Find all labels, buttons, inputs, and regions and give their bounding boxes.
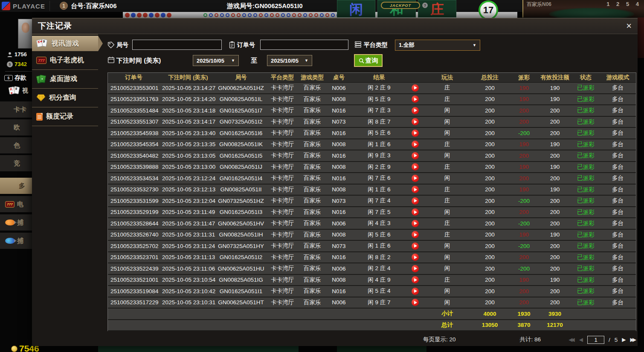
play-icon[interactable] [412,175,419,182]
cell-replay [406,152,425,159]
cell-replay [406,84,425,92]
cell-total_bet: 200 [470,288,510,294]
cell-table: N006 [325,299,353,306]
rail-menu-item-1[interactable]: 欧 [0,119,32,136]
rail-menu-item-0[interactable]: 卡卡 [0,101,32,118]
road-mark [125,13,130,17]
play-icon[interactable] [412,95,419,103]
cell-table: N008 [325,186,353,193]
road-mark [149,13,154,17]
sidebar-item-3[interactable]: 积分查询 [32,89,98,107]
countdown-timer: 17 [479,0,498,20]
play-icon[interactable] [412,197,419,205]
page-number-input[interactable] [587,336,604,344]
cell-platform: 卡卡湾厅 [265,208,299,216]
play-icon[interactable] [412,107,419,114]
cell-status: 已派彩 [572,287,600,295]
play-icon[interactable] [412,254,419,261]
column-header: 下注时间 (美东) [160,74,217,81]
cell-replay [406,163,425,170]
cell-result: 闲 2 庄 4 [353,265,406,272]
play-icon[interactable] [412,276,419,283]
play-icon[interactable] [412,84,419,92]
bet-zone-0[interactable]: 闲 [337,0,375,17]
play-icon[interactable] [412,152,419,159]
cell-valid_bet: 200 [538,243,572,249]
cell-status: 已派彩 [572,174,600,182]
play-icon[interactable] [412,118,419,125]
subtotal-value: 3930 [538,311,572,317]
play-icon[interactable] [412,242,419,250]
play-icon[interactable] [412,163,419,170]
next-page-button[interactable]: ▶ [622,337,626,343]
column-header: 结果 [353,74,406,81]
close-icon[interactable]: × [626,21,632,31]
play-icon[interactable] [412,186,419,193]
cell-replay [406,130,425,137]
play-icon[interactable] [412,299,419,306]
cell-total_bet: 200 [470,96,510,102]
play-icon[interactable] [412,265,419,272]
cell-status: 已派彩 [572,197,600,205]
sidebar-item-2[interactable]: 桌面游戏 [32,70,98,89]
cell-valid_bet: 200 [538,209,572,215]
play-icon[interactable] [412,141,419,148]
road-bead [248,13,252,17]
table-row: 2510052335530012025-10-05 23:14:27GN0062… [108,83,636,94]
cell-table: N006 [325,220,353,227]
road-mark [143,13,148,17]
cell-game: 百家乐 [299,254,325,261]
play-icon[interactable] [412,288,419,295]
cell-status: 已派彩 [572,299,600,306]
cell-result: 闲 1 庄 6 [353,242,406,250]
sidebar-item-label: 视讯游戏 [52,39,79,48]
cell-bet: 庄 [425,219,470,227]
play-icon[interactable] [412,231,419,238]
round-input[interactable] [132,40,222,50]
cell-result: 闲 1 庄 6 [353,186,406,193]
road-mark [167,13,171,17]
date-to-select[interactable]: 2025/10/05 ▼ [267,55,312,66]
cell-replay [406,95,425,103]
cell-payout: 200 [510,299,538,306]
play-icon[interactable] [412,130,419,137]
prev-page-button[interactable]: ◀ [579,337,583,343]
cell-game: 百家乐 [299,231,325,239]
first-page-button[interactable]: ◀◀ [569,337,574,343]
rail-menu-item-3[interactable]: 竞 [0,155,32,171]
sidebar-item-0[interactable]: K♥9视讯游戏 [32,36,98,51]
play-icon[interactable] [412,208,419,216]
cell-platform: 卡卡湾厅 [265,299,299,306]
date-from-select[interactable]: 2025/10/05 ▼ [193,55,239,66]
video-games-entry[interactable]: K♥9 视 [9,86,28,95]
sidebar-item-1[interactable]: 777电子老虎机 [32,51,98,70]
dealer-video-feed[interactable]: 百家乐N06 1 2 5 4 [522,0,644,17]
play-icon[interactable] [412,220,419,227]
cell-table: N006 [325,85,353,91]
cell-order: 251005233517229 [108,299,160,306]
rail-menu-item-7[interactable]: 捕 [0,233,32,249]
last-page-button[interactable]: ▶▶ [630,337,636,343]
cell-bet: 闲 [425,265,470,272]
cell-game: 百家乐 [299,163,325,171]
deposit-button[interactable]: $ 存款 [4,74,26,82]
coin-icon [11,346,17,352]
cell-game: 百家乐 [299,299,325,306]
road-bead [276,13,279,17]
jackpot-help-icon[interactable]: ? [422,3,428,8]
bet-records-table: 订单号下注时间 (美东)局号平台类型游戏类型桌号结果玩法总投注派彩有效投注额状态… [107,72,636,331]
cell-order: 251005233529199 [108,209,160,215]
rail-menu-item-2[interactable]: 色 [0,137,32,153]
order-input[interactable] [260,40,348,50]
search-button[interactable]: 查询 [354,54,383,67]
road-bead [242,13,246,17]
platform-select[interactable]: 1.全部 ▼ [395,40,480,51]
cell-order: 251005233539888 [108,164,160,170]
rail-menu-item-6[interactable]: 捕 [0,214,32,231]
cell-replay [406,299,425,306]
sidebar-item-4[interactable]: 额度记录 [32,107,98,126]
rail-menu-item-4[interactable]: 多 [0,178,32,194]
avatar[interactable] [18,19,33,49]
rail-menu-item-5[interactable]: 777电 [0,196,32,212]
cell-time: 2025-10-05 23:11:31 [160,231,217,238]
